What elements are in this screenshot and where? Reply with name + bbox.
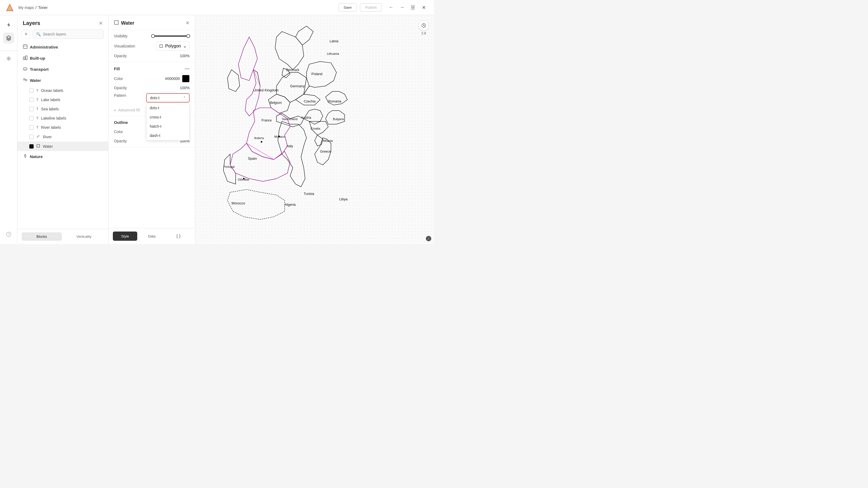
sidebar-title: Layers (23, 20, 40, 26)
layer-group-builtup: Built-up (18, 53, 108, 64)
sidebar-item-builtup[interactable]: Built-up (18, 53, 108, 64)
visibility-slider[interactable] (152, 35, 190, 37)
forward-button[interactable]: → (397, 3, 407, 12)
svg-text:?: ? (8, 233, 9, 236)
map-label-morocco: Morocco (231, 201, 245, 205)
publish-button[interactable]: Publish (360, 3, 382, 12)
pattern-select[interactable]: dots-t ⌃ (146, 93, 190, 102)
nav-layers[interactable] (3, 33, 14, 43)
map-label-germany: Germany (290, 84, 305, 88)
layer-item-ocean-labels[interactable]: T Ocean labels (18, 86, 108, 95)
map-label-austria: Austria (301, 116, 311, 120)
breadcrumb-link[interactable]: My maps (19, 5, 34, 10)
ocean-labels-checkbox[interactable] (29, 88, 34, 93)
tab-style[interactable]: Style (113, 231, 137, 241)
visibility-label: Visibility (114, 34, 127, 38)
fill-collapse-button[interactable]: — (185, 66, 190, 72)
nature-icon (23, 154, 28, 159)
tab-code[interactable]: { } (166, 231, 191, 241)
map-label-portugal: Portugal (223, 165, 235, 168)
layer-group-administrative: Administrative (18, 41, 108, 53)
pattern-option-cross-t[interactable]: cross-t (147, 112, 189, 122)
transport-label: Transport (30, 67, 49, 72)
opacity-label: Opacity (114, 54, 127, 58)
map-label-czechia: Czechia (304, 99, 316, 103)
outline-color-label: Color (114, 130, 123, 134)
pattern-option-hatch-t[interactable]: hatch-t (147, 122, 189, 131)
polygon-icon (159, 44, 163, 48)
fill-section: Fill — Color #000000 Opacity 100% Patter (108, 62, 195, 116)
map-label-libya: Libya (339, 197, 348, 201)
river-label: River (43, 135, 103, 139)
fill-color-control: #000000 (165, 75, 190, 83)
map-label-spain: Spain (248, 156, 257, 161)
map-label-albania: Albania (323, 139, 333, 142)
fill-color-swatch[interactable] (182, 75, 190, 83)
clock-icon[interactable] (419, 21, 429, 30)
visualization-label: Visualization (114, 44, 135, 48)
tab-verticality[interactable]: Verticality (64, 232, 104, 241)
andorra-dot (261, 141, 262, 142)
menu-button[interactable]: ☰ (408, 3, 418, 12)
sidebar-search-row: + 🔍 (18, 30, 108, 41)
sidebar-close-button[interactable]: ✕ (99, 20, 103, 26)
lake-labels-checkbox[interactable] (29, 98, 34, 102)
layer-item-river-labels[interactable]: T River labels (18, 123, 108, 132)
layer-item-lakeline-labels[interactable]: T Lakeline labels (18, 113, 108, 123)
water-checkbox[interactable] (29, 144, 34, 149)
sidebar-item-administrative[interactable]: Administrative (18, 41, 108, 53)
app-logo[interactable] (5, 3, 14, 12)
sidebar-item-nature[interactable]: Nature (18, 151, 108, 162)
water-group-icon (23, 77, 28, 83)
nav-help[interactable]: ? (3, 229, 14, 240)
map-label-croatia: Croatia (311, 127, 320, 130)
river-labels-checkbox[interactable] (29, 125, 34, 130)
svg-rect-8 (26, 56, 27, 60)
map-area[interactable]: United Kingdom Denmark Latvia Lithuania … (195, 15, 434, 244)
sidebar-item-transport[interactable]: Transport (18, 64, 108, 75)
save-button[interactable]: Save (339, 3, 357, 12)
close-button[interactable]: ✕ (419, 3, 429, 12)
administrative-label: Administrative (30, 45, 58, 50)
tab-data[interactable]: Data (140, 231, 164, 241)
pattern-dropdown: dots-t ⌃ dots-t cross-t hatch-t dash-t (146, 93, 190, 102)
slider-thumb-left[interactable] (151, 34, 155, 38)
river-checkbox[interactable] (29, 135, 34, 139)
nav-lightning[interactable] (3, 20, 14, 30)
map-info-button[interactable]: i (426, 236, 431, 241)
fill-section-title: Fill — (114, 66, 190, 72)
pattern-option-dots-t[interactable]: dots-t (147, 103, 189, 112)
lakeline-labels-checkbox[interactable] (29, 116, 34, 120)
layer-group-transport: Transport (18, 64, 108, 75)
fill-opacity-row: Opacity 100% (114, 86, 190, 90)
lakeline-labels-type-icon: T (36, 116, 38, 120)
back-button[interactable]: ← (386, 3, 396, 12)
visualization-select[interactable]: Polygon ⌄ (156, 41, 190, 51)
sidebar-item-water-group[interactable]: Water (18, 75, 108, 86)
advanced-fill-label: Advanced fill (118, 108, 140, 112)
panel-body: Visibility Visualization Polygon ⌄ (108, 30, 195, 228)
layer-item-sea-labels[interactable]: T Sea labels (18, 104, 108, 113)
sea-labels-type-icon: T (36, 107, 38, 111)
slider-track[interactable] (152, 35, 190, 37)
slider-thumb-right[interactable] (186, 34, 190, 38)
svg-marker-13 (115, 21, 118, 24)
nav-settings[interactable] (3, 53, 14, 64)
search-input[interactable] (43, 32, 100, 36)
nature-label: Nature (30, 154, 43, 159)
fill-color-value: #000000 (165, 76, 180, 81)
ocean-labels-type-icon: T (36, 89, 38, 93)
add-layer-button[interactable]: + (22, 30, 30, 38)
water-type-icon (36, 144, 40, 149)
layer-item-river[interactable]: River (18, 132, 108, 141)
visualization-value: Polygon (165, 44, 181, 48)
layer-item-lake-labels[interactable]: T Lake labels (18, 95, 108, 104)
layer-item-water[interactable]: Water (18, 141, 108, 151)
pattern-option-dash-t[interactable]: dash-t (147, 131, 189, 140)
panel-close-button[interactable]: ✕ (186, 20, 190, 26)
sea-labels-checkbox[interactable] (29, 107, 34, 111)
tab-blocks[interactable]: Blocks (22, 232, 62, 241)
visualization-row: Visualization Polygon ⌄ (114, 41, 190, 51)
river-labels-type-icon: T (36, 126, 38, 129)
map-label-uk: United Kingdom (253, 88, 279, 92)
